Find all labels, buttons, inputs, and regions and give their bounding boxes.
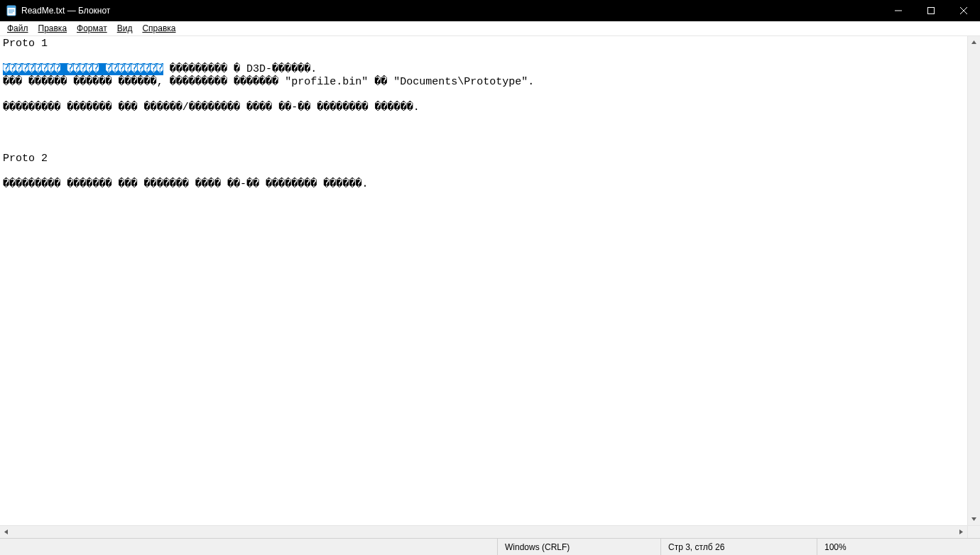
vertical-scrollbar[interactable] xyxy=(967,36,980,525)
text-line: ��������� � D3D-������. xyxy=(163,63,317,75)
menu-file-label: Файл xyxy=(7,23,28,33)
menu-view-label: Вид xyxy=(117,23,133,33)
notepad-window: ReadMe.txt — Блокнот Файл Правка Формат … xyxy=(0,0,980,555)
text-line: ��������� ������� ��� ������� ���� ��-��… xyxy=(3,178,369,190)
menu-file[interactable]: Файл xyxy=(4,23,31,34)
scroll-down-icon[interactable] xyxy=(968,513,980,525)
status-spacer xyxy=(0,539,497,555)
scroll-track-h[interactable] xyxy=(12,526,955,538)
window-title: ReadMe.txt — Блокнот xyxy=(21,6,110,16)
editor-area: Proto 1 ��������� ����� ��������� ������… xyxy=(0,36,980,525)
scroll-track[interactable] xyxy=(968,48,980,513)
scroll-left-icon[interactable] xyxy=(0,526,12,538)
text-editor[interactable]: Proto 1 ��������� ����� ��������� ������… xyxy=(0,36,967,525)
scroll-up-icon[interactable] xyxy=(968,36,980,48)
text-line: Proto 1 xyxy=(3,38,48,50)
menu-edit-label: Правка xyxy=(38,23,67,33)
scroll-right-icon[interactable] xyxy=(955,526,967,538)
status-encoding-label: Windows (CRLF) xyxy=(505,542,570,552)
svg-rect-6 xyxy=(928,8,935,14)
scroll-corner xyxy=(967,526,980,538)
horizontal-scrollbar[interactable] xyxy=(0,525,980,538)
close-button[interactable] xyxy=(947,0,980,21)
status-zoom: 100% xyxy=(817,539,980,555)
maximize-button[interactable] xyxy=(915,0,947,21)
text-selection: ��������� ����� ��������� xyxy=(3,63,163,75)
status-cursor-position: Стр 3, стлб 26 xyxy=(660,539,817,555)
menu-edit[interactable]: Правка xyxy=(36,23,70,34)
status-bar: Windows (CRLF) Стр 3, стлб 26 100% xyxy=(0,538,980,555)
titlebar-left: ReadMe.txt — Блокнот xyxy=(0,5,110,16)
text-line: ��������� ������� ��� ������/�������� ��… xyxy=(3,101,420,114)
titlebar: ReadMe.txt — Блокнот xyxy=(0,0,980,21)
menu-help-label: Справка xyxy=(142,23,175,33)
menu-bar: Файл Правка Формат Вид Справка xyxy=(0,21,980,36)
svg-rect-1 xyxy=(7,6,16,8)
status-zoom-label: 100% xyxy=(824,542,846,552)
minimize-button[interactable] xyxy=(882,0,915,21)
menu-format[interactable]: Формат xyxy=(74,23,110,34)
menu-format-label: Формат xyxy=(77,23,107,33)
notepad-app-icon xyxy=(6,5,17,16)
text-line: ��� ������ ������ ������, ��������� ����… xyxy=(3,76,534,88)
window-controls xyxy=(882,0,980,21)
status-encoding: Windows (CRLF) xyxy=(497,539,660,555)
status-position-label: Стр 3, стлб 26 xyxy=(668,542,724,552)
menu-view[interactable]: Вид xyxy=(114,23,136,34)
text-line: Proto 2 xyxy=(3,153,48,165)
menu-help[interactable]: Справка xyxy=(139,23,178,34)
